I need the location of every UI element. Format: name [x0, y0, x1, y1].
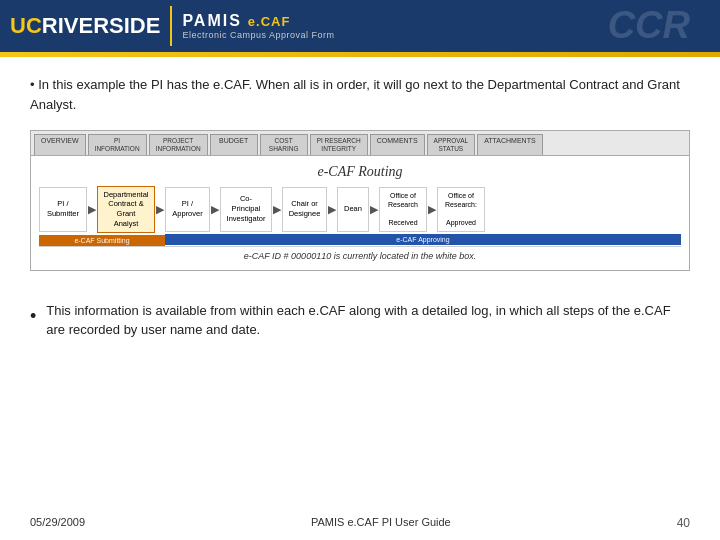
header-right: PAMIS e.CAF Electronic Campus Approval F… — [182, 12, 334, 40]
header: UC RIVERSIDE PAMIS e.CAF Electronic Camp… — [0, 0, 720, 52]
node-dept-analyst: DepartmentalContract &GrantAnalyst — [97, 186, 155, 233]
tab-cost-sharing[interactable]: COSTSHARING — [260, 134, 308, 155]
footer: 05/29/2009 PAMIS e.CAF PI User Guide 40 — [0, 516, 720, 530]
ecaf-label: e.CAF — [248, 14, 291, 29]
arrow-6: ▶ — [369, 203, 379, 216]
node-pi-approver: PI /Approver — [165, 187, 210, 232]
arrow-3: ▶ — [210, 203, 220, 216]
header-pamis-ecaf: PAMIS e.CAF — [182, 12, 290, 30]
ecaf-id-text: e-CAF ID # 00000110 is currently located… — [39, 246, 681, 266]
routing-title: e-CAF Routing — [31, 156, 689, 186]
tab-attachments[interactable]: ATTACHMENTS — [477, 134, 542, 155]
arrow-5: ▶ — [327, 203, 337, 216]
intro-text: • In this example the PI has the e.CAF. … — [30, 75, 690, 114]
bullet-item: • This information is available from wit… — [30, 301, 690, 340]
tab-pi-info[interactable]: PIINFORMATION — [88, 134, 147, 155]
logo-riverside: RIVERSIDE — [42, 13, 161, 39]
header-watermark: CCR — [608, 4, 690, 47]
bullet-text: This information is available from withi… — [46, 301, 690, 340]
tab-overview[interactable]: OVERVIEW — [34, 134, 86, 155]
node-chair: Chair orDesignee — [282, 187, 327, 232]
header-divider — [170, 6, 172, 46]
pamis-label: PAMIS — [182, 12, 241, 30]
tab-pi-research[interactable]: PI RESEARCHINTEGRITY — [310, 134, 368, 155]
approving-section: PI /Approver ▶ Co-PrincipalInvestigator … — [165, 187, 681, 245]
routing-diagram: PI /Submitter ▶ DepartmentalContract &Gr… — [31, 186, 689, 270]
node-pi-submitter: PI /Submitter — [39, 187, 87, 232]
node-co-pi: Co-PrincipalInvestigator — [220, 187, 272, 232]
submitting-section: PI /Submitter ▶ DepartmentalContract &Gr… — [39, 186, 165, 246]
node-office-received: Office ofResearchReceived — [379, 187, 427, 232]
header-subtitle: Electronic Campus Approval Form — [182, 30, 334, 40]
approving-boxes: PI /Approver ▶ Co-PrincipalInvestigator … — [165, 187, 681, 232]
logo-uc: UC — [10, 13, 42, 39]
arrow-7: ▶ — [427, 203, 437, 216]
tab-project-info[interactable]: PROJECTINFORMATION — [149, 134, 208, 155]
tab-approval[interactable]: APPROVALSTATUS — [427, 134, 476, 155]
tab-budget[interactable]: BUDGET — [210, 134, 258, 155]
routing-box: OVERVIEW PIINFORMATION PROJECTINFORMATIO… — [30, 130, 690, 271]
footer-date: 05/29/2009 — [30, 516, 85, 530]
arrow-1: ▶ — [87, 203, 97, 216]
footer-page: 40 — [677, 516, 690, 530]
bottom-section: • This information is available from wit… — [0, 297, 720, 340]
submitting-label: e-CAF Submitting — [39, 235, 165, 246]
approving-label: e-CAF Approving — [165, 234, 681, 245]
node-office-approved: Office ofResearch:Approved — [437, 187, 485, 232]
tab-comments[interactable]: COMMENTS — [370, 134, 425, 155]
diagram-main-row: PI /Submitter ▶ DepartmentalContract &Gr… — [39, 186, 681, 246]
footer-center: PAMIS e.CAF PI User Guide — [311, 516, 451, 530]
arrow-4: ▶ — [272, 203, 282, 216]
node-dean: Dean — [337, 187, 369, 232]
submitting-boxes: PI /Submitter ▶ DepartmentalContract &Gr… — [39, 186, 165, 233]
arrow-2: ▶ — [155, 203, 165, 216]
main-content: • In this example the PI has the e.CAF. … — [0, 57, 720, 297]
tabs-row: OVERVIEW PIINFORMATION PROJECTINFORMATIO… — [31, 131, 689, 156]
bullet-dot: • — [30, 303, 36, 330]
